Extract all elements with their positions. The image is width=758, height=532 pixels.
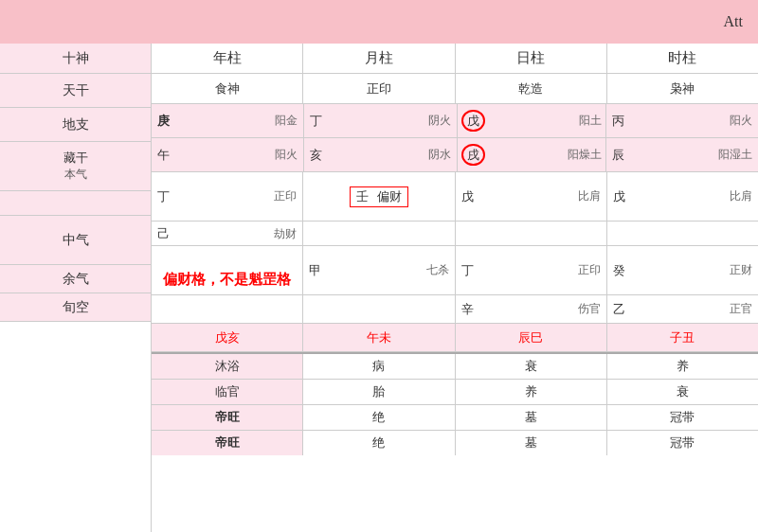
bottom-rizhu-row: 帝旺 绝 墓 冠带 <box>152 405 758 431</box>
zanggan-benqi-row: 丁 正印 壬 偏财 戊 比肩 戊 比肩 <box>152 172 758 222</box>
dz-day-attr: 阳燥土 <box>568 147 602 163</box>
bd-shigan-hour: 冠带 <box>607 431 758 455</box>
header-row: 年柱 月柱 日柱 时柱 <box>152 44 758 74</box>
tg-hour-char: 丙 <box>612 113 680 130</box>
dz-year-attr: 阳火 <box>229 147 298 163</box>
tg-month-char: 丁 <box>310 113 378 130</box>
zq-day-rel: 正印 <box>532 262 601 278</box>
zq-year: 偏财格，不是魁罡格 <box>152 246 303 294</box>
label-tiangan: 天干 <box>0 74 151 108</box>
yq-hour-char: 乙 <box>613 301 681 318</box>
dizhi-month: 亥 阴水 <box>304 138 457 171</box>
tg-year-attr: 阳金 <box>229 113 298 129</box>
bd-rizhu-year: 帝旺 <box>152 405 303 430</box>
zb-day-char: 戊 <box>461 188 530 205</box>
xk-month: 午未 <box>303 324 455 351</box>
shishen-month: 正印 <box>303 74 455 103</box>
shishen-hour: 枭神 <box>607 74 758 103</box>
dizhi-day: 戌 阳燥土 <box>458 138 606 171</box>
tg-year-char: 庚 <box>157 113 226 130</box>
xunkong-row: 戊亥 午未 辰巳 子丑 <box>152 324 758 352</box>
annotation-text: 偏财格，不是魁罡格 <box>155 267 298 293</box>
main-content: 十神 天干 地支 藏干 本气 中气 余气 旬空 年柱 <box>0 44 758 532</box>
bd-shigan-year: 帝旺 <box>152 431 303 455</box>
yq-hour: 乙 正官 <box>607 295 758 323</box>
tg-month-attr: 阴火 <box>382 113 450 129</box>
zb-month: 壬 偏财 <box>303 172 455 221</box>
label-dizhi: 地支 <box>0 108 151 142</box>
yq-hour-rel: 正官 <box>684 301 752 317</box>
bottom-yuegan-row: 临官 胎 养 衰 <box>152 380 758 405</box>
tiangan-row: 庚 阳金 丁 阴火 戊 阳土 丙 阳火 <box>152 104 758 138</box>
table-area: 年柱 月柱 日柱 时柱 食神 正印 乾造 枭神 庚 阳金 丁 阴火 <box>152 44 758 532</box>
zq-month: 甲 七杀 <box>303 246 455 294</box>
header-hour: 时柱 <box>607 44 758 73</box>
yq-day: 辛 伤官 <box>456 295 607 323</box>
zb-year: 丁 正印 <box>152 172 303 221</box>
zb-hour-rel: 比肩 <box>684 188 752 204</box>
bd-niangan-day: 衰 <box>456 354 607 379</box>
yq-day-rel: 伤官 <box>532 301 601 317</box>
zb-month-outlined: 壬 偏财 <box>350 186 409 207</box>
top-bar-label: Att <box>724 13 743 30</box>
zb2-month <box>303 222 455 245</box>
dizhi-row: 午 阳火 亥 阴水 戌 阳燥土 辰 阳湿土 <box>152 138 758 172</box>
dz-hour-attr: 阳湿土 <box>684 147 752 163</box>
zb2-hour <box>607 222 758 245</box>
label-zanggan-benqi: 藏干 本气 <box>0 142 151 191</box>
tg-day-char-circled: 戊 <box>461 110 485 133</box>
yq-month <box>303 295 455 323</box>
bd-yuegan-year: 临官 <box>152 380 303 404</box>
zb-year-char: 丁 <box>157 188 226 205</box>
xk-year: 戊亥 <box>152 324 303 351</box>
dz-hour-char: 辰 <box>612 147 680 164</box>
zb-month-rel: 偏财 <box>377 189 402 204</box>
label-yuqi: 余气 <box>0 265 151 293</box>
bd-shigan-day: 墓 <box>456 431 607 455</box>
dizhi-hour: 辰 阳湿土 <box>606 138 758 171</box>
label-benqi2 <box>0 191 151 216</box>
tiangan-month: 丁 阴火 <box>304 104 457 137</box>
bd-niangan-hour: 养 <box>607 354 758 379</box>
zb-year-rel: 正印 <box>229 188 298 204</box>
tiangan-hour: 丙 阳火 <box>606 104 758 137</box>
zb2-year: 己 劫财 <box>152 222 303 245</box>
label-zhongqi: 中气 <box>0 216 151 265</box>
zq-month-rel: 七杀 <box>381 262 449 278</box>
bd-rizhu-day: 墓 <box>456 405 607 430</box>
dz-year-char: 午 <box>157 147 226 164</box>
label-xunkong: 旬空 <box>0 293 151 322</box>
dizhi-year: 午 阳火 <box>152 138 304 171</box>
zq-hour-rel: 正财 <box>684 262 752 278</box>
yuqi-row: 辛 伤官 乙 正官 <box>152 295 758 324</box>
bd-yuegan-month: 胎 <box>303 380 455 404</box>
yq-day-char: 辛 <box>461 301 530 318</box>
dz-month-char: 亥 <box>310 147 378 164</box>
zanggan-benqi2-row: 己 劫财 <box>152 222 758 246</box>
bd-shigan-month: 绝 <box>303 431 455 455</box>
xk-day: 辰巳 <box>456 324 607 351</box>
label-shishen: 十神 <box>0 44 151 74</box>
zq-hour: 癸 正财 <box>607 246 758 294</box>
dz-day-char-circled: 戌 <box>461 144 485 167</box>
zhongqi-row: 偏财格，不是魁罡格 甲 七杀 丁 正印 癸 正财 <box>152 246 758 295</box>
bd-yuegan-hour: 衰 <box>607 380 758 404</box>
bottom-shigan-row: 帝旺 绝 墓 冠带 <box>152 431 758 455</box>
header-month: 月柱 <box>303 44 455 73</box>
bd-niangan-month: 病 <box>303 354 455 379</box>
zb-day: 戊 比肩 <box>456 172 607 221</box>
bottom-section: 沐浴 病 衰 养 临官 胎 养 衰 帝旺 绝 墓 冠带 <box>152 352 758 455</box>
bottom-niangan-row: 沐浴 病 衰 养 <box>152 354 758 380</box>
zq-month-char: 甲 <box>309 262 377 279</box>
header-day: 日柱 <box>456 44 607 73</box>
zb-day-rel: 比肩 <box>532 188 601 204</box>
tiangan-year: 庚 阳金 <box>152 104 304 137</box>
bottom-data-section: 沐浴 病 衰 养 临官 胎 养 衰 帝旺 绝 墓 冠带 <box>152 354 758 455</box>
zq-hour-char: 癸 <box>613 262 681 279</box>
tg-hour-attr: 阳火 <box>684 113 752 129</box>
tiangan-day: 戊 阳土 <box>458 104 606 137</box>
tg-day-attr: 阳土 <box>579 113 602 129</box>
bd-rizhu-month: 绝 <box>303 405 455 430</box>
xk-hour: 子丑 <box>607 324 758 351</box>
zq-day: 丁 正印 <box>456 246 607 294</box>
